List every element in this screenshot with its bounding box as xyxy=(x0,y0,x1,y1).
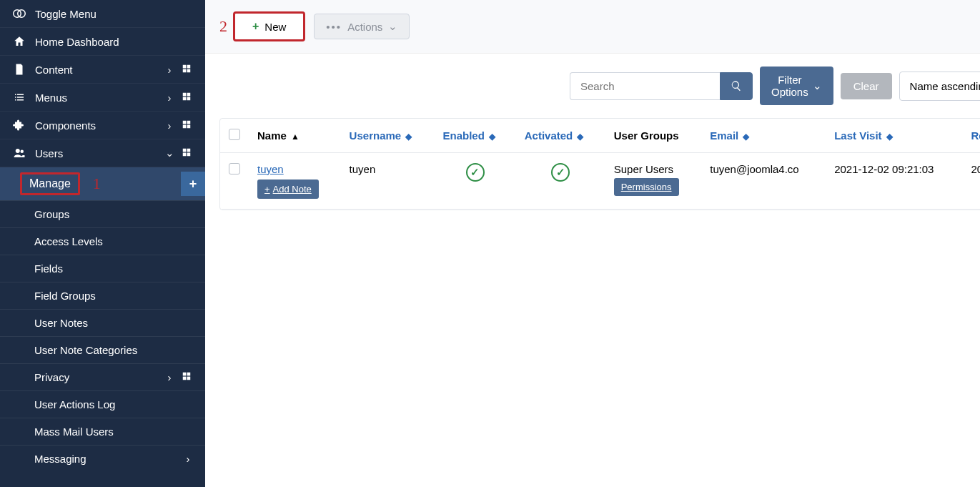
svg-point-15 xyxy=(21,150,24,154)
col-enabled[interactable]: Enabled ◆ xyxy=(434,119,515,153)
permissions-button[interactable]: Permissions xyxy=(614,178,679,196)
sidebar-item-manage[interactable]: Manage 1 + xyxy=(0,167,205,200)
sort-icon: ◆ xyxy=(489,132,495,142)
svg-rect-13 xyxy=(187,124,191,128)
toolbar: 2 + New ••• Actions ⌄ Options ? Help xyxy=(205,0,980,54)
svg-rect-19 xyxy=(187,152,191,156)
chevron-right-icon: › xyxy=(163,371,176,383)
sidebar-item-home[interactable]: Home Dashboard xyxy=(0,28,205,56)
chevron-right-icon: › xyxy=(163,64,176,76)
check-circle-icon[interactable]: ✓ xyxy=(551,163,570,182)
sidebar-item-messaging[interactable]: Messaging › xyxy=(0,445,205,472)
svg-rect-10 xyxy=(183,120,187,124)
svg-rect-18 xyxy=(183,152,187,156)
main-content: 2 + New ••• Actions ⌄ Options ? Help xyxy=(205,0,980,487)
plus-icon: + xyxy=(252,20,259,33)
dashboard-icon[interactable] xyxy=(179,92,194,104)
chevron-down-icon: ⌄ xyxy=(388,20,397,33)
add-note-button[interactable]: +Add Note xyxy=(257,179,319,199)
puzzle-icon xyxy=(11,119,28,132)
dashboard-icon[interactable] xyxy=(179,147,194,159)
svg-rect-23 xyxy=(187,377,191,380)
clear-button[interactable]: Clear xyxy=(841,73,892,99)
cell-last-visit: 2021-12-02 09:21:03 xyxy=(826,153,962,210)
manage-highlight: Manage xyxy=(20,172,80,195)
svg-rect-8 xyxy=(183,97,187,100)
select-all-checkbox[interactable] xyxy=(229,129,240,140)
svg-point-14 xyxy=(16,149,20,153)
svg-rect-12 xyxy=(183,124,187,128)
sort-select[interactable]: Name ascending ⌄ xyxy=(899,72,980,101)
file-icon xyxy=(11,63,28,76)
cell-username: tuyen xyxy=(341,153,435,210)
sidebar-item-user-notes[interactable]: User Notes xyxy=(0,309,205,336)
svg-rect-6 xyxy=(183,92,187,96)
svg-rect-3 xyxy=(187,64,191,68)
sidebar-item-fields[interactable]: Fields xyxy=(0,255,205,282)
actions-button[interactable]: ••• Actions ⌄ xyxy=(314,14,410,39)
sidebar-item-content[interactable]: Content › xyxy=(0,56,205,84)
sidebar-item-mass-mail[interactable]: Mass Mail Users xyxy=(0,418,205,445)
sidebar-item-access-levels[interactable]: Access Levels xyxy=(0,227,205,255)
cell-registered: 2021-12-01 03:10:24 xyxy=(962,153,980,210)
plus-icon: + xyxy=(264,184,270,195)
col-registered[interactable]: Registered ◆ xyxy=(962,119,980,153)
sidebar-item-menus[interactable]: Menus › xyxy=(0,84,205,112)
sidebar-item-user-actions-log[interactable]: User Actions Log xyxy=(0,390,205,418)
svg-rect-22 xyxy=(183,377,187,380)
dashboard-icon[interactable] xyxy=(179,119,194,132)
add-user-quick-button[interactable]: + xyxy=(181,172,205,196)
chevron-down-icon: ⌄ xyxy=(813,79,822,92)
svg-rect-20 xyxy=(183,373,187,376)
sidebar-item-groups[interactable]: Groups xyxy=(0,200,205,227)
search-button[interactable] xyxy=(720,72,753,100)
ellipsis-icon: ••• xyxy=(326,21,342,33)
sidebar: Toggle Menu Home Dashboard Content › Men… xyxy=(0,0,205,487)
col-last-visit[interactable]: Last Visit ◆ xyxy=(826,119,962,153)
sidebar-item-privacy[interactable]: Privacy › xyxy=(0,363,205,390)
annotation-1: 1 xyxy=(93,174,101,193)
toggle-label: Toggle Menu xyxy=(35,8,194,20)
annotation-2: 2 xyxy=(219,17,227,36)
sidebar-item-user-note-categories[interactable]: User Note Categories xyxy=(0,336,205,363)
toggle-menu[interactable]: Toggle Menu xyxy=(0,0,205,28)
col-email[interactable]: Email ◆ xyxy=(701,119,826,153)
user-name-link[interactable]: tuyen xyxy=(257,163,284,175)
filter-options-button[interactable]: Filter Options ⌄ xyxy=(760,67,833,105)
col-username[interactable]: Username ◆ xyxy=(341,119,435,153)
svg-rect-17 xyxy=(187,148,191,152)
home-icon xyxy=(11,35,28,48)
list-icon xyxy=(11,91,28,104)
users-icon xyxy=(11,147,28,159)
svg-rect-2 xyxy=(183,64,187,68)
sort-icon: ◆ xyxy=(405,132,412,142)
dashboard-icon[interactable] xyxy=(179,371,194,383)
check-circle-icon[interactable]: ✓ xyxy=(466,163,485,182)
svg-rect-9 xyxy=(187,97,191,100)
sort-asc-icon: ▲ xyxy=(291,132,300,142)
chevron-down-icon: ⌄ xyxy=(163,147,176,159)
chevron-right-icon: › xyxy=(182,453,194,465)
svg-rect-7 xyxy=(187,92,191,96)
filter-bar: Filter Options ⌄ Clear Name ascending ⌄ … xyxy=(205,54,980,118)
new-button[interactable]: + New xyxy=(233,11,305,41)
cell-group: Super Users xyxy=(614,163,673,175)
row-checkbox[interactable] xyxy=(229,163,240,174)
search-input[interactable] xyxy=(570,72,720,100)
table-row: tuyen +Add Note tuyen ✓ ✓ Super Users Pe… xyxy=(220,153,980,210)
col-activated[interactable]: Activated ◆ xyxy=(516,119,605,153)
sort-icon: ◆ xyxy=(743,132,749,142)
svg-rect-5 xyxy=(187,69,191,72)
sort-icon: ◆ xyxy=(577,132,583,142)
sidebar-item-components[interactable]: Components › xyxy=(0,112,205,139)
sidebar-item-field-groups[interactable]: Field Groups xyxy=(0,282,205,309)
dashboard-icon[interactable] xyxy=(179,64,194,76)
col-name[interactable]: Name ▲ xyxy=(249,119,341,153)
toggle-icon xyxy=(11,7,28,20)
cell-email: tuyen@joomla4.co xyxy=(701,153,826,210)
svg-rect-4 xyxy=(183,69,187,72)
users-table: Name ▲ Username ◆ Enabled ◆ Activated ◆ … xyxy=(219,118,980,210)
sidebar-item-users[interactable]: Users ⌄ xyxy=(0,139,205,167)
sort-icon: ◆ xyxy=(886,132,893,142)
svg-rect-11 xyxy=(187,120,191,124)
